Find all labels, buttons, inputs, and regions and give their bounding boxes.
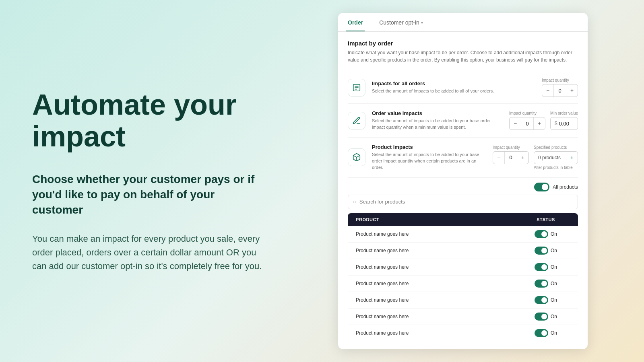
min-order-box: Min order value $ 0.00 — [550, 111, 578, 130]
product-impacts-name: Product impacts — [372, 144, 486, 150]
order-value-qty-value: 0 — [521, 117, 534, 130]
table-row: Product name goes here On — [348, 325, 578, 341]
order-value-desc: Select the amount of impacts to be added… — [372, 118, 503, 131]
all-products-toggle[interactable] — [534, 183, 549, 191]
table-cell-product: Product name goes here — [356, 248, 522, 253]
headline-line1: Automate your — [32, 88, 237, 121]
row-toggle-4[interactable] — [535, 296, 548, 304]
alter-text: Alter products in table — [534, 165, 578, 170]
product-decrement-button[interactable]: − — [493, 151, 504, 164]
right-panel: Order Customer opt-in ▾ Impact by order … — [298, 5, 644, 357]
all-orders-qty-value: 0 — [553, 84, 566, 97]
row-status-label-0: On — [551, 231, 557, 237]
impact-row-order-value: Order value impacts Select the amount of… — [348, 104, 578, 138]
body-text: You can make an impact for every product… — [32, 232, 266, 273]
table-cell-status: On — [522, 280, 570, 288]
order-value-decrement-button[interactable]: − — [510, 117, 521, 130]
table-cell-product: Product name goes here — [356, 231, 522, 237]
row-status-label-3: On — [551, 281, 557, 286]
table-cell-status: On — [522, 329, 570, 337]
row-toggle-6[interactable] — [535, 329, 548, 337]
search-icon: ○ — [353, 199, 356, 205]
product-impacts-icon — [348, 148, 365, 166]
all-orders-info: Impacts for all orders Select the amount… — [372, 80, 535, 95]
all-orders-qty-label: Impact quantity — [542, 78, 578, 82]
table-row: Product name goes here On — [348, 259, 578, 276]
headline: Automate your impact — [32, 89, 266, 152]
all-orders-desc: Select the amount of impacts to be added… — [372, 88, 535, 95]
table-row: Product name goes here On — [348, 276, 578, 292]
table-cell-status: On — [522, 230, 570, 238]
table-row: Product name goes here On — [348, 226, 578, 243]
specified-input[interactable]: 0 products + — [534, 151, 578, 164]
table-cell-product: Product name goes here — [356, 297, 522, 303]
table-cell-product: Product name goes here — [356, 281, 522, 286]
table-cell-status: On — [522, 313, 570, 321]
row-status-label-1: On — [551, 248, 557, 253]
all-products-toggle-row: All products — [348, 178, 578, 195]
search-bar[interactable]: ○ — [348, 195, 578, 209]
impact-row-products: Product impacts Select the amount of imp… — [348, 138, 578, 178]
table-header: PRODUCT STATUS — [348, 213, 578, 226]
headline-line2: impact — [32, 120, 126, 152]
order-value-name: Order value impacts — [372, 110, 503, 116]
specified-plus-icon: + — [570, 154, 574, 161]
product-qty-value: 0 — [504, 152, 517, 164]
row-toggle-2[interactable] — [535, 263, 548, 271]
row-toggle-5[interactable] — [535, 313, 548, 321]
table-cell-product: Product name goes here — [356, 314, 522, 319]
order-value-qty-label: Impact quantity — [509, 111, 545, 115]
section-desc: Indicate what you want your base impact … — [348, 49, 578, 64]
all-orders-controls: Impact quantity − 0 + — [542, 78, 578, 97]
product-qty-input: − 0 + — [493, 151, 529, 164]
table-row: Product name goes here On — [348, 292, 578, 309]
table-rows-container: Product name goes here On Product name g… — [348, 226, 578, 341]
order-value-qty-box: Impact quantity − 0 + — [509, 111, 545, 130]
product-table: PRODUCT STATUS Product name goes here On… — [348, 213, 578, 341]
all-orders-decrement-button[interactable]: − — [542, 84, 553, 97]
left-panel: Automate your impact Choose whether your… — [0, 65, 298, 297]
search-input[interactable] — [359, 199, 573, 205]
all-orders-name: Impacts for all orders — [372, 80, 535, 86]
table-cell-status: On — [522, 263, 570, 271]
row-toggle-0[interactable] — [535, 230, 548, 238]
card-body: Impact by order Indicate what you want y… — [338, 32, 588, 349]
tab-customer-optin[interactable]: Customer opt-in ▾ — [378, 13, 425, 31]
all-orders-qty-input: − 0 + — [542, 84, 578, 97]
product-impacts-info: Product impacts Select the amount of imp… — [372, 144, 486, 171]
row-toggle-1[interactable] — [535, 247, 548, 255]
table-row: Product name goes here On — [348, 309, 578, 325]
impact-row-all-orders: Impacts for all orders Select the amount… — [348, 72, 578, 104]
min-order-value: 0.00 — [559, 121, 569, 127]
min-order-symbol: $ — [555, 121, 557, 126]
chevron-down-icon: ▾ — [421, 21, 423, 25]
tab-bar: Order Customer opt-in ▾ — [338, 13, 588, 32]
all-orders-increment-button[interactable]: + — [566, 84, 578, 97]
tab-order[interactable]: Order — [346, 13, 365, 31]
min-order-input[interactable]: $ 0.00 — [550, 117, 578, 130]
product-impacts-desc: Select the amount of impacts to be added… — [372, 152, 486, 171]
product-increment-button[interactable]: + — [517, 151, 528, 164]
row-toggle-3[interactable] — [535, 280, 548, 288]
main-card: Order Customer opt-in ▾ Impact by order … — [338, 13, 588, 349]
table-cell-product: Product name goes here — [356, 264, 522, 270]
order-value-info: Order value impacts Select the amount of… — [372, 110, 503, 131]
min-order-label: Min order value — [550, 111, 578, 115]
table-cell-status: On — [522, 296, 570, 304]
all-orders-qty-box: Impact quantity − 0 + — [542, 78, 578, 97]
row-status-label-4: On — [551, 297, 557, 303]
product-qty-box: Impact quantity − 0 + — [493, 145, 529, 164]
subheadline: Choose whether your customer pays or if … — [32, 172, 266, 217]
product-qty-label: Impact quantity — [493, 145, 529, 150]
order-value-icon — [348, 112, 365, 130]
table-row: Product name goes here On — [348, 243, 578, 259]
specified-value: 0 products — [538, 155, 561, 160]
row-status-label-2: On — [551, 264, 557, 270]
section-title: Impact by order — [348, 40, 578, 47]
order-value-qty-input: − 0 + — [509, 117, 545, 130]
order-value-increment-button[interactable]: + — [534, 117, 545, 130]
row-status-label-5: On — [551, 314, 557, 319]
row-status-label-6: On — [551, 330, 557, 336]
table-header-status: STATUS — [522, 217, 570, 222]
order-value-controls: Impact quantity − 0 + Min order value $ … — [509, 111, 578, 130]
